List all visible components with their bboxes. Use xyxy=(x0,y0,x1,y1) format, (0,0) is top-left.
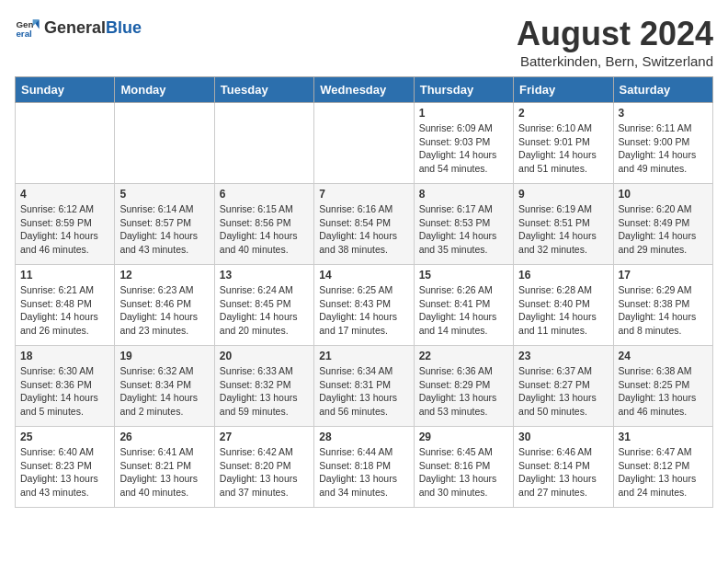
day-info: Sunrise: 6:10 AM xyxy=(518,121,608,135)
calendar-cell: 16Sunrise: 6:28 AMSunset: 8:40 PMDayligh… xyxy=(514,265,613,346)
day-info: Sunset: 8:51 PM xyxy=(518,216,608,230)
day-info: Daylight: 13 hours and 40 minutes. xyxy=(119,472,209,499)
day-info: Sunrise: 6:19 AM xyxy=(518,202,608,216)
calendar-cell: 17Sunrise: 6:29 AMSunset: 8:38 PMDayligh… xyxy=(613,265,712,346)
logo-blue: Blue xyxy=(106,18,142,37)
day-info: Sunset: 8:14 PM xyxy=(518,459,608,473)
page-header: Gen eral GeneralBlue August 2024 Batterk… xyxy=(15,15,713,69)
calendar-cell: 5Sunrise: 6:14 AMSunset: 8:57 PMDaylight… xyxy=(115,184,214,265)
day-info: Sunrise: 6:37 AM xyxy=(518,364,608,378)
day-number: 16 xyxy=(518,269,608,282)
calendar-header-row: Sunday Monday Tuesday Wednesday Thursday… xyxy=(16,77,713,103)
day-info: Sunrise: 6:16 AM xyxy=(319,202,408,216)
day-info: Sunrise: 6:36 AM xyxy=(419,364,508,378)
day-info: Daylight: 13 hours and 50 minutes. xyxy=(518,391,608,418)
day-info: Daylight: 14 hours and 32 minutes. xyxy=(518,229,608,256)
day-number: 21 xyxy=(319,350,408,362)
day-info: Daylight: 14 hours and 26 minutes. xyxy=(20,310,109,337)
header-tuesday: Tuesday xyxy=(214,77,313,103)
day-info: Daylight: 14 hours and 46 minutes. xyxy=(20,229,109,256)
day-number: 17 xyxy=(619,269,708,282)
day-info: Daylight: 14 hours and 5 minutes. xyxy=(20,391,109,418)
day-info: Sunset: 8:41 PM xyxy=(419,297,508,311)
calendar-cell: 23Sunrise: 6:37 AMSunset: 8:27 PMDayligh… xyxy=(514,346,613,427)
logo: Gen eral GeneralBlue xyxy=(15,15,142,40)
day-info: Sunset: 8:53 PM xyxy=(419,216,508,230)
calendar-cell: 20Sunrise: 6:33 AMSunset: 8:32 PMDayligh… xyxy=(214,346,313,427)
day-info: Daylight: 14 hours and 43 minutes. xyxy=(119,229,209,256)
day-info: Sunset: 8:57 PM xyxy=(119,216,209,230)
day-info: Sunrise: 6:09 AM xyxy=(419,121,508,135)
day-info: Sunset: 9:03 PM xyxy=(419,135,508,149)
day-number: 30 xyxy=(518,431,608,443)
day-info: Sunset: 8:46 PM xyxy=(119,297,209,311)
day-number: 26 xyxy=(119,431,209,443)
header-wednesday: Wednesday xyxy=(314,77,414,103)
day-number: 19 xyxy=(119,350,209,362)
day-info: Sunrise: 6:12 AM xyxy=(20,202,109,216)
day-info: Sunrise: 6:14 AM xyxy=(119,202,209,216)
calendar-cell: 4Sunrise: 6:12 AMSunset: 8:59 PMDaylight… xyxy=(16,184,115,265)
day-info: Sunrise: 6:23 AM xyxy=(119,283,209,297)
day-info: Sunrise: 6:29 AM xyxy=(619,283,708,297)
day-info: Daylight: 13 hours and 46 minutes. xyxy=(619,391,708,418)
header-saturday: Saturday xyxy=(613,77,712,103)
calendar-cell: 6Sunrise: 6:15 AMSunset: 8:56 PMDaylight… xyxy=(214,184,313,265)
day-info: Sunset: 8:18 PM xyxy=(319,459,408,473)
day-info: Sunset: 8:40 PM xyxy=(518,297,608,311)
day-info: Daylight: 14 hours and 8 minutes. xyxy=(619,310,708,337)
day-info: Sunrise: 6:11 AM xyxy=(619,121,708,135)
day-info: Sunrise: 6:40 AM xyxy=(20,445,109,459)
calendar-table: Sunday Monday Tuesday Wednesday Thursday… xyxy=(15,76,713,508)
day-info: Sunrise: 6:42 AM xyxy=(220,445,309,459)
day-info: Sunset: 8:16 PM xyxy=(419,459,508,473)
day-info: Sunset: 8:12 PM xyxy=(619,459,708,473)
calendar-week-4: 18Sunrise: 6:30 AMSunset: 8:36 PMDayligh… xyxy=(16,346,713,427)
calendar-cell: 2Sunrise: 6:10 AMSunset: 9:01 PMDaylight… xyxy=(514,103,613,184)
day-info: Sunrise: 6:25 AM xyxy=(319,283,408,297)
day-info: Sunset: 8:29 PM xyxy=(419,378,508,392)
day-info: Daylight: 13 hours and 24 minutes. xyxy=(619,472,708,499)
day-info: Sunset: 9:01 PM xyxy=(518,135,608,149)
day-info: Daylight: 14 hours and 54 minutes. xyxy=(419,148,508,175)
day-number: 22 xyxy=(419,350,508,362)
day-info: Sunset: 8:34 PM xyxy=(119,378,209,392)
day-info: Daylight: 14 hours and 2 minutes. xyxy=(119,391,209,418)
day-number: 7 xyxy=(319,188,408,201)
day-info: Daylight: 13 hours and 43 minutes. xyxy=(20,472,109,499)
day-info: Sunset: 8:45 PM xyxy=(220,297,309,311)
calendar-cell: 10Sunrise: 6:20 AMSunset: 8:49 PMDayligh… xyxy=(613,184,712,265)
day-number: 8 xyxy=(419,188,508,201)
day-number: 4 xyxy=(20,188,109,201)
day-info: Sunrise: 6:46 AM xyxy=(518,445,608,459)
day-info: Sunrise: 6:44 AM xyxy=(319,445,408,459)
day-info: Daylight: 14 hours and 51 minutes. xyxy=(518,148,608,175)
day-number: 25 xyxy=(20,431,109,443)
calendar-cell: 9Sunrise: 6:19 AMSunset: 8:51 PMDaylight… xyxy=(514,184,613,265)
day-info: Sunset: 8:43 PM xyxy=(319,297,408,311)
day-number: 9 xyxy=(518,188,608,201)
calendar-week-3: 11Sunrise: 6:21 AMSunset: 8:48 PMDayligh… xyxy=(16,265,713,346)
svg-text:eral: eral xyxy=(16,29,32,39)
day-info: Sunrise: 6:15 AM xyxy=(220,202,309,216)
calendar-cell: 26Sunrise: 6:41 AMSunset: 8:21 PMDayligh… xyxy=(115,427,214,508)
calendar-cell: 31Sunrise: 6:47 AMSunset: 8:12 PMDayligh… xyxy=(613,427,712,508)
day-info: Sunset: 8:54 PM xyxy=(319,216,408,230)
day-info: Sunset: 8:38 PM xyxy=(619,297,708,311)
calendar-cell xyxy=(314,103,414,184)
day-number: 15 xyxy=(419,269,508,282)
calendar-cell: 24Sunrise: 6:38 AMSunset: 8:25 PMDayligh… xyxy=(613,346,712,427)
day-info: Sunrise: 6:38 AM xyxy=(619,364,708,378)
day-number: 2 xyxy=(518,107,608,120)
day-info: Sunset: 9:00 PM xyxy=(619,135,708,149)
calendar-cell: 12Sunrise: 6:23 AMSunset: 8:46 PMDayligh… xyxy=(115,265,214,346)
calendar-cell: 13Sunrise: 6:24 AMSunset: 8:45 PMDayligh… xyxy=(214,265,313,346)
day-number: 13 xyxy=(220,269,309,282)
day-number: 18 xyxy=(20,350,109,362)
day-info: Daylight: 13 hours and 59 minutes. xyxy=(220,391,309,418)
day-info: Sunrise: 6:20 AM xyxy=(619,202,708,216)
calendar-cell: 1Sunrise: 6:09 AMSunset: 9:03 PMDaylight… xyxy=(414,103,513,184)
day-info: Sunrise: 6:30 AM xyxy=(20,364,109,378)
day-info: Sunset: 8:59 PM xyxy=(20,216,109,230)
calendar-cell: 21Sunrise: 6:34 AMSunset: 8:31 PMDayligh… xyxy=(314,346,414,427)
